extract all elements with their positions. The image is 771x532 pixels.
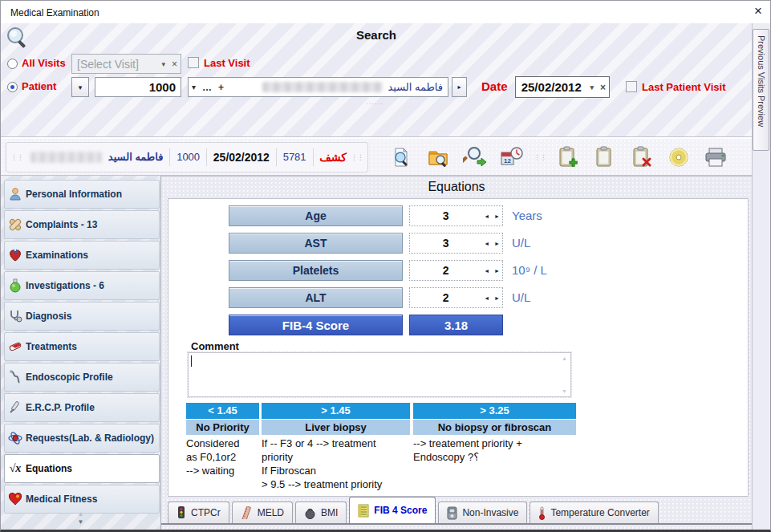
toolbar-grip: ⋮⋮ <box>530 156 550 159</box>
comment-textarea[interactable]: ▲▼ <box>188 352 571 397</box>
toolbar-grip[interactable]: ⋮⋮ <box>347 156 367 159</box>
select-visit-value: [Select Visit] <box>72 58 158 71</box>
document-search-icon[interactable] <box>383 141 420 173</box>
scroll-up-icon[interactable]: ▲ <box>1 510 160 518</box>
probe-icon <box>5 400 26 415</box>
cd-icon[interactable] <box>660 141 697 173</box>
equations-content: Age 3 ◄ ► Years AST 3 ◄ ► U/L Platelets <box>168 198 749 497</box>
alt-spinner[interactable]: 2 ◄ ► <box>409 287 503 308</box>
last-visit-checkbox[interactable] <box>188 57 199 68</box>
table-subheader: No Priority <box>186 420 259 435</box>
tab-meld[interactable]: MELD <box>232 502 293 523</box>
platelets-spinner[interactable]: 2 ◄ ► <box>409 260 503 281</box>
ast-spinner[interactable]: 3 ◄ ► <box>409 233 503 254</box>
age-unit: Years <box>512 209 542 222</box>
table-subheader: No biopsy or fibroscan <box>413 420 576 435</box>
table-header: > 1.45 <box>262 403 410 419</box>
spin-right-icon[interactable]: ► <box>492 295 502 301</box>
tab-fib4-score[interactable]: FIB 4 Score <box>349 497 436 523</box>
comment-label: Comment <box>191 340 239 352</box>
table-subheader: Liver biopsy <box>262 420 410 435</box>
sidebar-item-treatments[interactable]: Treatments <box>4 332 160 361</box>
previous-visits-preview-tab[interactable]: Previous Visits Preview <box>753 29 769 151</box>
tab-non-invasive[interactable]: Non-Invasive <box>438 502 527 523</box>
last-patient-visit-checkbox[interactable] <box>626 81 637 92</box>
printer-icon[interactable] <box>697 141 734 173</box>
patient-radio[interactable] <box>7 82 18 92</box>
sidebar-item-complaints[interactable]: Complaints - 13 <box>4 210 160 239</box>
select-visit-clear-icon[interactable]: × <box>168 59 181 70</box>
spin-right-icon[interactable]: ► <box>492 268 502 274</box>
magnifier-go-icon[interactable] <box>457 141 493 173</box>
all-visits-radio[interactable] <box>7 59 18 69</box>
visit-type: كشف <box>319 151 347 164</box>
spin-left-icon[interactable]: ◄ <box>481 295 492 301</box>
visit-toolbar: ⋮⋮ فاطمه السيد 1000 25/02/2012 5781 كشف … <box>1 139 752 176</box>
splitter-grip[interactable]: ······ <box>366 100 383 108</box>
visit-date-combo[interactable]: 25/02/2012 ▾ × <box>515 76 610 98</box>
clipboard-delete-icon[interactable] <box>623 141 660 173</box>
table-cell: --> treatement priority + Endoscopy ?؟ <box>413 435 576 465</box>
meter-icon <box>447 506 457 520</box>
sidebar-item-ercp-profile[interactable]: E.R.C.P. Profile <box>4 393 160 422</box>
sidebar-item-medical-fitness[interactable]: Medical Fitness <box>4 485 160 514</box>
sidebar-item-endoscopic-profile[interactable]: Endoscopic Profile <box>4 363 160 392</box>
redacted-name-blur <box>262 82 383 92</box>
traffic-light-icon <box>177 506 186 520</box>
sidebar-item-equations[interactable]: √x Equations <box>4 454 160 483</box>
folder-search-icon[interactable] <box>420 141 457 173</box>
table-header: < 1.45 <box>186 403 259 419</box>
name-dropdown-icon[interactable]: ▾ <box>189 83 199 91</box>
date-clear-icon[interactable]: × <box>597 82 609 93</box>
search-heading: Search <box>1 28 752 42</box>
spin-left-icon[interactable]: ◄ <box>481 213 492 219</box>
table-cell: If -- F3 or 4 --> treatment priority If … <box>262 435 410 492</box>
clipboard-add-icon[interactable] <box>550 141 586 173</box>
patient-name-combo[interactable]: ▾ … + فاطمه السيد <box>188 77 448 97</box>
spin-right-icon[interactable]: ► <box>492 213 502 219</box>
table-header: > 3.25 <box>413 403 576 419</box>
patient-dropdown-button[interactable]: ▾ <box>71 77 89 97</box>
date-dropdown-icon[interactable]: ▾ <box>586 83 597 91</box>
tab-ctpcr[interactable]: CTPCr <box>168 502 229 523</box>
sidebar-item-diagnosis[interactable]: Diagnosis <box>4 302 160 331</box>
age-button[interactable]: Age <box>229 205 403 226</box>
medical-examination-window: Medical Examination × Previous Visits Pr… <box>0 0 771 532</box>
tab-temperature-converter[interactable]: Temperature Converter <box>530 502 658 523</box>
platelets-button[interactable]: Platelets <box>229 260 403 281</box>
stethoscope-icon <box>5 309 26 323</box>
close-icon[interactable]: × <box>754 4 762 18</box>
age-spinner[interactable]: 3 ◄ ► <box>409 205 503 226</box>
patient-name-value: فاطمه السيد <box>383 81 448 93</box>
kettlebell-icon <box>304 506 316 519</box>
patient-id-input[interactable]: 1000 <box>95 77 181 97</box>
fib4-score-button[interactable]: FIB-4 Score <box>229 315 403 335</box>
sidebar-item-examinations[interactable]: Examinations <box>4 241 160 270</box>
atom-icon <box>5 431 26 445</box>
expand-name-button[interactable]: ▸ <box>452 77 467 97</box>
comment-scrollbar[interactable]: ▲▼ <box>559 354 570 396</box>
ast-button[interactable]: AST <box>229 233 403 254</box>
toolbar-grip[interactable]: ⋮⋮ <box>6 156 27 159</box>
sidebar-item-investigations[interactable]: Investigations - 6 <box>4 271 160 300</box>
select-visit-combo[interactable]: [Select Visit] ▾ × <box>71 54 181 74</box>
alt-unit: U/L <box>512 290 530 304</box>
select-visit-dropdown-icon[interactable]: ▾ <box>158 60 168 68</box>
spin-left-icon[interactable]: ◄ <box>481 268 492 274</box>
sidebar-item-personal-information[interactable]: Personal Information <box>4 180 160 209</box>
spin-right-icon[interactable]: ► <box>492 241 502 246</box>
thermometer-icon <box>538 506 546 520</box>
window-title: Medical Examination <box>10 7 99 18</box>
patient-dropdown-icon: ▾ <box>79 83 83 91</box>
name-more-icon[interactable]: … <box>199 82 215 93</box>
sidebar-item-requests[interactable]: Requests(Lab. & Radiology) <box>4 424 160 453</box>
all-visits-label: All Visits <box>22 57 66 69</box>
spin-left-icon[interactable]: ◄ <box>481 241 492 246</box>
tab-bmi[interactable]: BMI <box>295 502 347 523</box>
calendar-clock-icon[interactable]: 12 <box>493 141 530 173</box>
current-visit-info: ⋮⋮ فاطمه السيد 1000 25/02/2012 5781 كشف … <box>6 142 368 173</box>
alt-button[interactable]: ALT <box>229 287 403 308</box>
name-add-icon[interactable]: + <box>215 82 227 93</box>
clipboard-icon[interactable] <box>586 141 623 173</box>
scroll-down-icon[interactable]: ▼ <box>1 518 160 526</box>
